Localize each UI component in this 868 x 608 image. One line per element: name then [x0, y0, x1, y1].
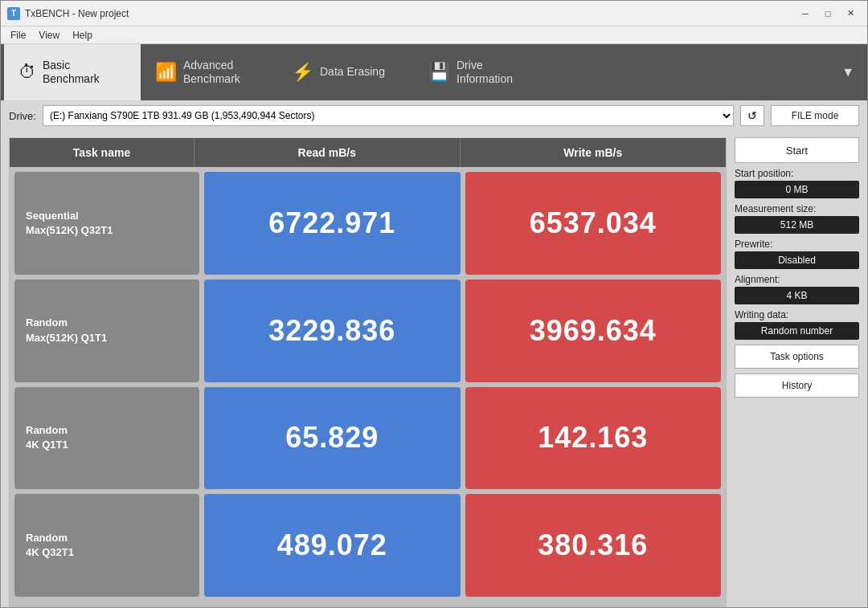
left-panel: Task name Read mB/s Write mB/s Sequentia… — [9, 137, 727, 607]
tab-advanced-label: AdvancedBenchmark — [183, 59, 240, 87]
write-value-3: 380.316 — [465, 494, 722, 597]
task-name-2: Random4K Q1T1 — [14, 387, 199, 490]
table-header: Task name Read mB/s Write mB/s — [10, 138, 726, 167]
toolbar: ⏱ BasicBenchmark 📶 AdvancedBenchmark ⚡ D… — [1, 44, 867, 100]
task-name-3: Random4K Q32T1 — [14, 494, 199, 597]
writing-data-group: Writing data: Random number — [735, 309, 859, 340]
window-controls: ─ □ ✕ — [795, 6, 861, 22]
table-rows: SequentialMax(512K) Q32T1 6722.971 6537.… — [10, 167, 726, 606]
measurement-size-value: 512 MB — [735, 216, 859, 234]
drive-label: Drive: — [9, 110, 36, 122]
table-row: Random4K Q1T1 65.829 142.163 — [14, 387, 721, 490]
menu-file[interactable]: File — [4, 28, 32, 43]
app-icon: T — [7, 7, 20, 20]
start-position-value: 0 MB — [735, 181, 859, 198]
table-row: RandomMax(512K) Q1T1 3229.836 3969.634 — [14, 280, 721, 382]
prewrite-group: Prewrite: Disabled — [735, 239, 859, 269]
writing-data-value: Random number — [735, 322, 859, 340]
drive-info-icon: 💾 — [428, 62, 450, 83]
menu-view[interactable]: View — [32, 28, 66, 43]
read-value-2: 65.829 — [204, 387, 461, 490]
header-read: Read mB/s — [194, 138, 461, 167]
measurement-size-group: Measurement size: 512 MB — [735, 203, 859, 234]
tab-advanced-benchmark[interactable]: 📶 AdvancedBenchmark — [141, 44, 277, 100]
write-value-1: 3969.634 — [465, 280, 722, 382]
alignment-group: Alignment: 4 KB — [735, 274, 859, 304]
right-panel: Start Start position: 0 MB Measurement s… — [735, 137, 859, 607]
maximize-button[interactable]: □ — [817, 6, 838, 22]
writing-data-label: Writing data: — [735, 309, 859, 320]
tab-drive-information[interactable]: 💾 DriveInformation — [414, 44, 551, 100]
prewrite-label: Prewrite: — [735, 239, 859, 250]
table-row: SequentialMax(512K) Q32T1 6722.971 6537.… — [14, 172, 721, 275]
menu-bar: File View Help — [1, 27, 867, 44]
history-button[interactable]: History — [735, 373, 859, 398]
menu-help[interactable]: Help — [66, 28, 99, 43]
title-bar: T TxBENCH - New project ─ □ ✕ — [1, 1, 867, 27]
window-title: TxBENCH - New project — [25, 8, 795, 19]
start-button[interactable]: Start — [735, 137, 859, 163]
toolbar-overflow-arrow[interactable]: ▼ — [832, 44, 864, 100]
advanced-benchmark-icon: 📶 — [155, 62, 177, 83]
task-options-button[interactable]: Task options — [735, 345, 859, 369]
drive-select[interactable]: (E:) Fanxiang S790E 1TB 931.49 GB (1,953… — [43, 105, 734, 126]
start-position-group: Start position: 0 MB — [735, 168, 859, 198]
task-name-0: SequentialMax(512K) Q32T1 — [14, 172, 199, 275]
write-value-2: 142.163 — [465, 387, 722, 490]
close-button[interactable]: ✕ — [840, 6, 861, 22]
file-mode-button[interactable]: FILE mode — [771, 105, 859, 126]
alignment-value: 4 KB — [735, 287, 859, 304]
table-row: Random4K Q32T1 489.072 380.316 — [14, 494, 721, 597]
measurement-size-label: Measurement size: — [735, 203, 859, 214]
tab-drive-label: DriveInformation — [457, 59, 513, 87]
header-task-name: Task name — [10, 138, 194, 167]
alignment-label: Alignment: — [735, 274, 859, 285]
read-value-1: 3229.836 — [204, 280, 461, 382]
read-value-3: 489.072 — [204, 494, 461, 597]
basic-benchmark-icon: ⏱ — [18, 62, 36, 83]
start-position-label: Start position: — [735, 168, 859, 179]
drive-refresh-button[interactable]: ↺ — [740, 105, 764, 126]
main-area: Task name Read mB/s Write mB/s Sequentia… — [1, 129, 867, 608]
read-value-0: 6722.971 — [204, 172, 461, 275]
prewrite-value: Disabled — [735, 251, 859, 269]
write-value-0: 6537.034 — [465, 172, 722, 275]
tab-basic-label: BasicBenchmark — [43, 59, 100, 87]
tab-data-erasing[interactable]: ⚡ Data Erasing — [277, 44, 414, 100]
data-erasing-icon: ⚡ — [292, 62, 313, 83]
task-name-1: RandomMax(512K) Q1T1 — [14, 280, 199, 382]
minimize-button[interactable]: ─ — [795, 6, 816, 22]
drive-bar: Drive: (E:) Fanxiang S790E 1TB 931.49 GB… — [1, 100, 867, 129]
benchmark-table: Task name Read mB/s Write mB/s Sequentia… — [9, 137, 727, 607]
tab-erasing-label: Data Erasing — [320, 65, 385, 80]
tab-basic-benchmark[interactable]: ⏱ BasicBenchmark — [4, 44, 141, 100]
header-write: Write mB/s — [461, 138, 727, 167]
